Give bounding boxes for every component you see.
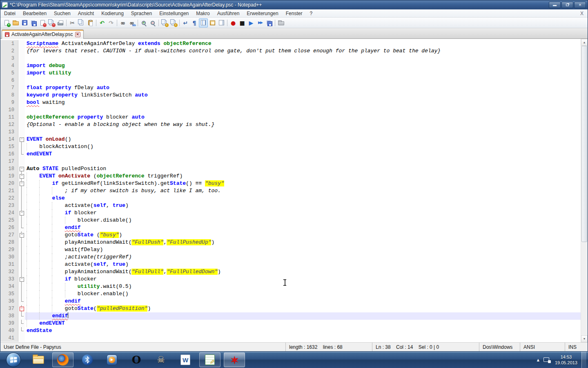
code-text[interactable]: endEVENT: [25, 150, 581, 158]
fold-marker[interactable]: [18, 276, 25, 283]
taskbar-start-button[interactable]: [2, 352, 24, 367]
macro-save-icon[interactable]: [265, 18, 274, 27]
code-line[interactable]: 29wait(fDelay): [0, 246, 581, 254]
undo-icon[interactable]: ↶: [98, 18, 107, 27]
tray-show-hidden-icons[interactable]: ▲: [537, 358, 539, 362]
code-text[interactable]: [25, 128, 581, 136]
code-line[interactable]: 13: [0, 128, 581, 136]
save-icon[interactable]: [20, 18, 29, 27]
zoom-in-icon[interactable]: +: [139, 18, 148, 27]
copy-icon[interactable]: [77, 18, 86, 27]
taskbar-explorer-button[interactable]: [28, 352, 49, 367]
code-text[interactable]: [25, 55, 581, 62]
tab-close-icon[interactable]: ✕: [75, 32, 80, 37]
print-icon[interactable]: [56, 18, 65, 27]
new-file-icon[interactable]: +: [2, 18, 11, 27]
code-line[interactable]: 40endState: [0, 327, 581, 334]
network-icon[interactable]: [543, 357, 551, 363]
code-line[interactable]: 8keyword property linkSisterSwitch auto: [0, 92, 581, 99]
document-map-icon[interactable]: [217, 18, 226, 27]
code-text[interactable]: {for levers that reset. CAUTION - if dua…: [25, 47, 581, 55]
menu-item-einstellungen[interactable]: Einstellungen: [156, 10, 192, 17]
fold-marker[interactable]: [18, 305, 25, 312]
close-button[interactable]: ✕: [574, 2, 586, 8]
close-all-icon[interactable]: −: [47, 18, 56, 27]
code-text[interactable]: endif: [25, 298, 581, 305]
show-all-characters-icon[interactable]: ¶: [190, 18, 199, 27]
code-text[interactable]: else: [25, 195, 581, 202]
menu-item-erweiterungen[interactable]: Erweiterungen: [243, 10, 282, 17]
code-text[interactable]: playAnimationandWait("FullPull","FullPul…: [25, 268, 581, 276]
code-line[interactable]: 17: [0, 158, 581, 165]
code-text[interactable]: endif: [25, 224, 581, 231]
macro-stop-icon[interactable]: ■: [238, 18, 247, 27]
redo-icon[interactable]: ↷: [107, 18, 116, 27]
open-containing-folder-icon[interactable]: [276, 18, 285, 27]
code-text[interactable]: wait(fDelay): [25, 246, 581, 254]
taskbar-skull-button[interactable]: ☠: [150, 352, 172, 367]
code-line[interactable]: 11objectReference property blocker auto: [0, 114, 581, 121]
code-line[interactable]: 6: [0, 77, 581, 84]
code-text[interactable]: Scriptname ActivateAgainAfterDelay exten…: [25, 40, 581, 47]
code-text[interactable]: ;activate(triggerRef): [25, 254, 581, 261]
code-line[interactable]: 41: [0, 334, 581, 342]
menu-item-hilfe[interactable]: ?: [306, 10, 316, 17]
code-text[interactable]: float property fDelay auto: [25, 84, 581, 92]
fold-marker[interactable]: [18, 231, 25, 239]
menu-item-fenster[interactable]: Fenster: [282, 10, 306, 17]
menu-item-ausfuehren[interactable]: Ausführen: [214, 10, 243, 17]
fold-marker[interactable]: [18, 209, 25, 217]
menu-item-kodierung[interactable]: Kodierung: [98, 10, 127, 17]
cut-icon[interactable]: ✂: [68, 18, 77, 27]
code-line[interactable]: 30;activate(triggerRef): [0, 254, 581, 261]
code-line[interactable]: 39endEVENT: [0, 320, 581, 327]
code-line[interactable]: 12{Optional - enable a blocking object w…: [0, 121, 581, 128]
code-line[interactable]: 34utility.wait(0.5): [0, 283, 581, 290]
code-line[interactable]: 16endEVENT: [0, 150, 581, 158]
indent-guide-icon[interactable]: [199, 18, 208, 27]
taskbar-word-button[interactable]: W: [175, 352, 196, 367]
taskbar-bluetooth-button[interactable]: [77, 352, 98, 367]
code-text[interactable]: bool waiting: [25, 99, 581, 106]
code-line[interactable]: 22else: [0, 195, 581, 202]
show-desktop-button[interactable]: [581, 352, 586, 368]
menu-item-sprachen[interactable]: Sprachen: [127, 10, 156, 17]
code-line[interactable]: 33if blocker: [0, 276, 581, 283]
code-text[interactable]: if blocker: [25, 209, 581, 217]
vertical-scrollbar[interactable]: ▲ ▼: [581, 39, 588, 342]
menu-item-makro[interactable]: Makro: [192, 10, 213, 17]
code-text[interactable]: ; if my other switch is busy, act like I…: [25, 187, 581, 195]
code-text[interactable]: endif: [25, 312, 581, 320]
user-define-dialog-icon[interactable]: [208, 18, 217, 27]
code-line[interactable]: 25blocker.disable(): [0, 217, 581, 224]
zoom-out-icon[interactable]: −: [148, 18, 157, 27]
code-line[interactable]: 19EVENT onActivate (objectReference trig…: [0, 173, 581, 180]
menu-item-ansicht[interactable]: Ansicht: [74, 10, 98, 17]
code-line[interactable]: 10: [0, 106, 581, 114]
taskbar-red-app-button[interactable]: ✶: [224, 352, 245, 367]
code-text[interactable]: playAnimationandWait("FullPush","FullPus…: [25, 239, 581, 246]
code-text[interactable]: Auto STATE pulledPosition: [25, 165, 581, 173]
code-text[interactable]: endEVENT: [25, 320, 581, 327]
sync-horizontal-icon[interactable]: •: [169, 18, 178, 27]
fold-marker[interactable]: [18, 136, 25, 143]
code-line[interactable]: 15blockActivation(): [0, 143, 581, 150]
code-line[interactable]: 4import debug: [0, 62, 581, 70]
code-line[interactable]: 18Auto STATE pulledPosition: [0, 165, 581, 173]
taskbar-firefox-button[interactable]: [52, 352, 74, 367]
code-text[interactable]: [25, 77, 581, 84]
code-text[interactable]: activate(self, true): [25, 202, 581, 209]
sync-vertical-icon[interactable]: •: [160, 18, 169, 27]
code-text[interactable]: activate(self, true): [25, 261, 581, 268]
macro-record-icon[interactable]: ●: [229, 18, 238, 27]
code-text[interactable]: if getLinkedRef(linkSisterSwitch).getSta…: [25, 180, 581, 187]
code-text[interactable]: endState: [25, 327, 581, 334]
code-line[interactable]: 3: [0, 55, 581, 62]
code-text[interactable]: [25, 158, 581, 165]
code-line[interactable]: 32playAnimationandWait("FullPull","FullP…: [0, 268, 581, 276]
code-line[interactable]: 36endif: [0, 298, 581, 305]
scrollbar-thumb[interactable]: [581, 46, 587, 242]
code-line[interactable]: 21; if my other switch is busy, act like…: [0, 187, 581, 195]
code-line[interactable]: 38endif: [0, 312, 581, 320]
code-text[interactable]: if blocker: [25, 276, 581, 283]
